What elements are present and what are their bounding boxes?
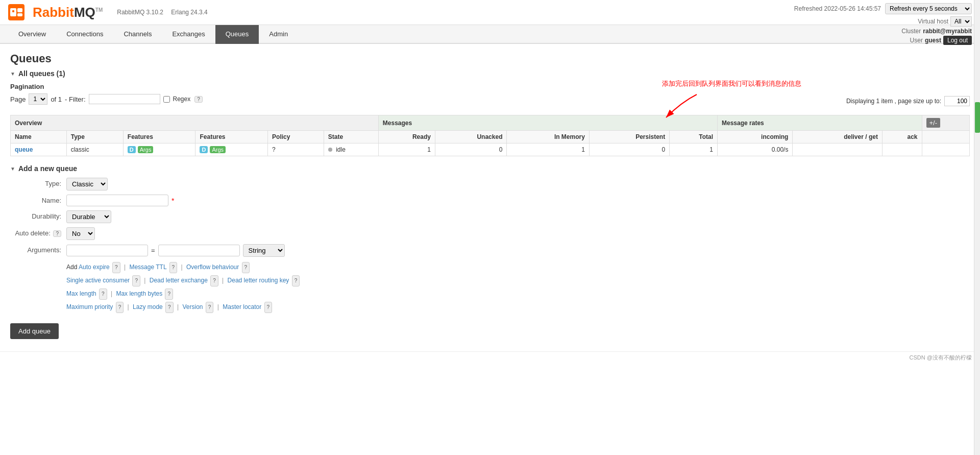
nav-overview[interactable]: Overview [8,25,56,44]
logo-area: RabbitMQTM RabbitMQ 3.10.2 Erlang 24.3.4 [8,4,214,20]
single-active-consumer-help[interactable]: ? [132,275,140,286]
user-value: guest [925,37,941,44]
add-queue-button[interactable]: Add queue [10,323,59,339]
cluster-row: Cluster rabbit@myrabbit [794,28,972,35]
single-active-consumer-link[interactable]: Single active consumer [66,277,130,284]
add-queue-section: ▼ Add a new queue Type: Classic Quorum N… [10,164,970,339]
name-input[interactable] [66,195,168,206]
page-size-area: Displaying 1 item , page size up to: [846,96,970,106]
sep8: | [217,303,219,310]
dead-letter-exchange-help[interactable]: ? [210,275,218,286]
auto-delete-label: Auto delete: ? [10,227,66,237]
cell-type: classic [66,143,123,156]
table-row: queue classic D Args D Args [11,143,970,156]
version-help[interactable]: ? [206,302,214,313]
type-label: Type: [10,178,66,187]
col-extra [922,131,970,143]
page-select[interactable]: 1 [29,93,47,105]
col-type: Type [66,131,123,143]
all-queues-header[interactable]: ▼ All queues (1) [10,69,970,78]
nav-connections[interactable]: Connections [56,25,113,44]
scrollbar[interactable] [974,0,980,364]
dead-letter-routing-key-help[interactable]: ? [292,275,300,286]
col-policy: Policy [268,131,324,143]
max-length-help[interactable]: ? [99,289,107,300]
version-link[interactable]: Version [182,303,203,310]
arg-key-input[interactable] [66,245,148,256]
filter-input[interactable] [89,94,160,104]
max-length-bytes-help[interactable]: ? [165,289,173,300]
auto-delete-help[interactable]: ? [53,230,61,237]
add-label: Add [66,264,79,271]
arg-type-select[interactable]: String Number Boolean [243,244,285,257]
virtual-host-select[interactable]: All / [950,16,972,27]
lazy-mode-link[interactable]: Lazy mode [133,303,163,310]
auto-expire-link[interactable]: Auto expire [79,264,110,271]
cell-features1: D Args [123,143,195,156]
add-queue-header[interactable]: ▼ Add a new queue [10,164,970,173]
type-field: Classic Quorum [66,178,108,190]
virtual-host-row: Virtual host All / [794,16,972,27]
durability-select[interactable]: Durable Transient [66,210,111,223]
col-name: Name [11,131,67,143]
equals-sign: = [151,247,155,254]
pagination-controls: Page 1 of 1 - Filter: Regex ? [10,93,203,105]
regex-checkbox[interactable] [163,96,170,103]
filter-label: - Filter: [65,95,85,103]
col-incoming: incoming [718,131,793,143]
nav-channels[interactable]: Channels [113,25,162,44]
user-row: User guest Log out [794,36,972,45]
dead-letter-exchange-link[interactable]: Dead letter exchange [150,277,208,284]
type-select[interactable]: Classic Quorum [66,178,108,190]
regex-label: Regex [173,95,191,103]
regex-help[interactable]: ? [194,96,203,103]
cell-name[interactable]: queue [11,143,67,156]
overflow-behaviour-help[interactable]: ? [242,262,250,273]
lazy-mode-help[interactable]: ? [165,302,174,313]
nav-exchanges[interactable]: Exchanges [162,25,215,44]
col-features2: Features [195,131,268,143]
refresh-interval-select[interactable]: Refresh every 5 seconds Refresh every 10… [885,3,972,14]
maximum-priority-help[interactable]: ? [116,302,124,313]
plus-minus-button[interactable]: +/- [926,118,941,128]
sep3: | [144,277,145,284]
overflow-behaviour-link[interactable]: Overflow behaviour [186,264,239,271]
auto-delete-select[interactable]: No Yes [66,227,95,240]
cell-features2: D Args [195,143,268,156]
type-row: Type: Classic Quorum [10,178,970,190]
version-info: RabbitMQ 3.10.2 Erlang 24.3.4 [117,9,213,16]
message-ttl-link[interactable]: Message TTL [129,264,166,271]
logout-button[interactable]: Log out [943,36,972,45]
master-locator-link[interactable]: Master locator [223,303,261,310]
watermark-text: CSDN @没有不酸的柠檬 [910,354,972,361]
annotation-arrow-svg [651,92,712,123]
args-link-row3: Max length ? | Max length bytes ? [66,288,970,300]
scrollbar-thumb[interactable] [975,102,980,133]
col-unacked: Unacked [435,131,507,143]
tag-args1[interactable]: Args [138,146,154,153]
virtual-host-label: Virtual host [918,18,948,25]
cluster-value: rabbit@myrabbit [923,28,972,35]
auto-expire-help[interactable]: ? [112,262,120,273]
th-plus-minus[interactable]: +/- [922,115,970,131]
arg-value-input[interactable] [158,245,240,256]
arguments-row: Arguments: = String Number Boolean [10,244,970,257]
tag-args2[interactable]: Args [210,146,226,153]
max-length-link[interactable]: Max length [66,290,96,297]
nav-admin[interactable]: Admin [259,25,298,44]
cell-deliver-get [793,143,882,156]
auto-delete-field: No Yes [66,227,95,240]
message-ttl-help[interactable]: ? [169,262,178,273]
page-size-input[interactable] [944,96,970,106]
queue-name-link[interactable]: queue [15,146,33,153]
master-locator-help[interactable]: ? [264,302,273,313]
name-label: Name: [10,195,66,204]
nav-queues[interactable]: Queues [215,25,259,44]
svg-rect-4 [12,10,14,12]
name-field: * [66,195,174,206]
arguments-label: Arguments: [10,244,66,254]
max-length-bytes-link[interactable]: Max length bytes [116,290,162,297]
dead-letter-routing-key-link[interactable]: Dead letter routing key [228,277,289,284]
maximum-priority-link[interactable]: Maximum priority [66,303,113,310]
name-row: Name: * [10,195,970,206]
